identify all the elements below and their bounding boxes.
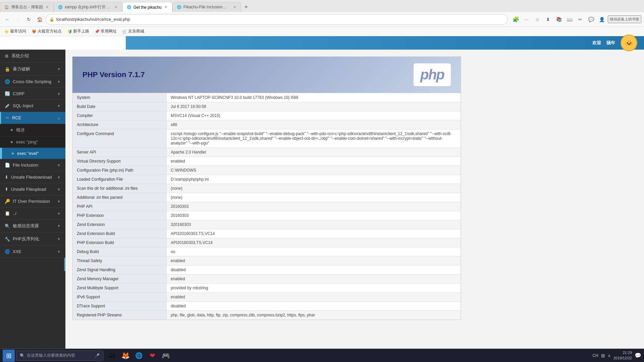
bookmark-common[interactable]: 📌 常用网址 bbox=[93, 28, 118, 35]
table-row: Server APIApache 2.0 Handler bbox=[73, 148, 461, 157]
sidebar-item-fileinclusion[interactable]: 📄 File Inclusion ▼ bbox=[0, 159, 65, 171]
forward-button[interactable]: → bbox=[13, 15, 23, 24]
notification-icon: 💬 bbox=[635, 352, 641, 359]
top-banner-left bbox=[0, 36, 126, 50]
sidebar-subitem-ping[interactable]: exec "ping" bbox=[0, 136, 65, 148]
bookmark-jd[interactable]: 🛒 京东商城 bbox=[121, 28, 146, 35]
sidebar: ⚙ 系统介绍 🔒 暴力破解 ▼ 🌐 Cross-Site Scripting ▼… bbox=[0, 50, 65, 349]
start-icon: ⊞ bbox=[6, 352, 12, 360]
taskbar-apps: 🗂 🦊 🌐 ❤ 🎮 bbox=[106, 350, 172, 362]
more-button[interactable]: ··· bbox=[522, 15, 531, 24]
extensions-button[interactable]: 🧩 bbox=[511, 15, 521, 24]
sidebar-subitem-eval[interactable]: exec "evel" bbox=[0, 148, 65, 159]
taskbar-time-display: 21:29 2019/12/22 bbox=[613, 350, 632, 361]
sidebar-item-sqli[interactable]: 💉 SQL-Inject ▼ bbox=[0, 100, 65, 112]
phpdeser-icon: 🔧 bbox=[5, 237, 10, 242]
tab-close-icon[interactable]: ✕ bbox=[164, 5, 168, 9]
phpinfo-value: enabled bbox=[167, 256, 461, 265]
sidebar-item-csrf[interactable]: 🔄 CSRF ▼ bbox=[0, 88, 65, 100]
mic-icon: 🎤 bbox=[95, 353, 100, 358]
start-button[interactable]: ⊞ bbox=[3, 350, 15, 362]
account-button[interactable]: 👤 bbox=[597, 15, 606, 24]
new-tab-button[interactable]: + bbox=[241, 2, 251, 12]
taskbar-app-ie[interactable]: 🌐 bbox=[133, 350, 145, 362]
bookmark-frequent[interactable]: ⭐ 最常访问 bbox=[3, 28, 28, 35]
phpinfo-value: enabled bbox=[167, 275, 461, 284]
bookmark-label: 新手上路 bbox=[73, 28, 89, 34]
phpinfo-value: 20160303 bbox=[167, 202, 461, 211]
table-row: IPv6 Supportenabled bbox=[73, 293, 461, 302]
table-row: Zend Signal Handlingdisabled bbox=[73, 265, 461, 275]
tab-close-icon[interactable]: ✕ bbox=[232, 5, 237, 9]
mobile-bookmarks-button[interactable]: 移动设备上的书签 bbox=[608, 15, 641, 23]
star-button[interactable]: ☆ bbox=[533, 15, 542, 24]
sidebar-item-filedownload[interactable]: ⬇ Unsafe Filedownload ▼ bbox=[0, 171, 65, 183]
bookmark-label: 京东商城 bbox=[128, 28, 144, 34]
download-button[interactable]: ⬇ bbox=[543, 15, 553, 24]
back-button[interactable]: ← bbox=[3, 15, 12, 24]
taskbar-keyboard-icon: CH bbox=[593, 353, 598, 358]
taskbar-app-game[interactable]: 🎮 bbox=[160, 350, 172, 362]
history-button[interactable]: 📚 bbox=[554, 15, 564, 24]
xss-icon: 🌐 bbox=[5, 79, 10, 84]
table-row: PHP API20160303 bbox=[73, 202, 461, 211]
phpinfo-key: Build Date bbox=[73, 102, 167, 111]
chat-button[interactable]: 💬 bbox=[586, 15, 596, 24]
bookmark-icon: 🛒 bbox=[122, 29, 127, 34]
brute-icon: 🔒 bbox=[5, 67, 10, 72]
taskbar-app-firefox[interactable]: 🦊 bbox=[119, 350, 131, 362]
phpinfo-value: (none) bbox=[167, 193, 461, 202]
phpinfo-value: enabled bbox=[167, 293, 461, 302]
phpinfo-key: DTrace Support bbox=[73, 302, 167, 311]
refresh-button[interactable]: ↻ bbox=[24, 15, 34, 24]
table-row: Thread Safetyenabled bbox=[73, 256, 461, 265]
overpermission-icon: 🔑 bbox=[5, 199, 10, 204]
sensitive-icon: 🔍 bbox=[5, 224, 10, 229]
sidebar-item-dotdot[interactable]: 📋 ../ ▼ bbox=[0, 207, 65, 220]
bookmark-label: 常用网址 bbox=[101, 28, 117, 34]
sidebar-item-intro[interactable]: ⚙ 系统介绍 bbox=[0, 50, 65, 63]
sidebar-item-sensitive[interactable]: 🔍 敏感信息泄露 ▼ bbox=[0, 220, 65, 233]
subitem-eval-label: exec "evel" bbox=[17, 151, 39, 156]
sidebar-item-brute[interactable]: 🔒 暴力破解 ▼ bbox=[0, 63, 65, 76]
date-text: 2019/12/22 bbox=[613, 356, 632, 361]
screenshot-button[interactable]: ✂ bbox=[576, 15, 585, 24]
tab-close-icon[interactable]: ✕ bbox=[114, 5, 118, 9]
dotdot-icon: 📋 bbox=[5, 211, 10, 216]
bookmark-firefox[interactable]: 🦊 火狐官方站点 bbox=[30, 28, 63, 35]
sidebar-subitem-overview[interactable]: 概述 bbox=[0, 124, 65, 136]
tab-pikachu-active[interactable]: 🌐 Get the pikachu ✕ bbox=[122, 2, 172, 12]
tab-xampp[interactable]: 🌐 xampp 在php.ini中打开了再… ✕ bbox=[54, 2, 122, 12]
dot-icon bbox=[11, 141, 13, 143]
xxe-label: XXE bbox=[13, 249, 21, 254]
brute-chevron: ▼ bbox=[57, 67, 61, 71]
sidebar-item-overpermission[interactable]: 🔑 IT Over Permission ▼ bbox=[0, 195, 65, 207]
bookmark-newbie[interactable]: 🔰 新手上路 bbox=[66, 28, 91, 35]
search-icon: 🔍 bbox=[20, 353, 25, 358]
tab-file-inclusion[interactable]: 🌐 Pikachu-File Inclusion，Uns… ✕ bbox=[172, 2, 241, 12]
tab-close-icon[interactable]: ✕ bbox=[45, 5, 49, 9]
brute-label: 暴力破解 bbox=[13, 66, 30, 72]
reader-button[interactable]: 📖 bbox=[565, 15, 574, 24]
phpinfo-key: Server API bbox=[73, 148, 167, 157]
sidebar-item-rce[interactable]: ✏ RCE ▲ bbox=[0, 112, 65, 124]
sidebar-item-xss[interactable]: 🌐 Cross-Site Scripting ▼ bbox=[0, 76, 65, 88]
nav-right-buttons: 🧩 ··· ☆ ⬇ 📚 📖 ✂ 💬 👤 移动设备上的书签 bbox=[511, 15, 641, 24]
home-button[interactable]: 🏠 bbox=[35, 15, 44, 24]
taskbar-app-hearts[interactable]: ❤ bbox=[146, 350, 158, 362]
sidebar-item-xxe[interactable]: 🌀 XXE ▼ bbox=[0, 246, 65, 258]
overpermission-chevron: ▼ bbox=[57, 199, 61, 203]
sidebar-submenu-rce: 概述 exec "ping" exec "evel" bbox=[0, 124, 65, 159]
subitem-ping-label: exec "ping" bbox=[16, 139, 38, 144]
sidebar-item-fileupload[interactable]: ⬆ Unsafe Fileupload ▼ bbox=[0, 183, 65, 195]
xxe-chevron: ▼ bbox=[57, 250, 61, 254]
taskbar-app-explorer[interactable]: 🗂 bbox=[106, 350, 118, 362]
address-bar[interactable]: 🔒 localhost/pikachu/vul/rce/rce_eval.php bbox=[46, 14, 508, 25]
sidebar-item-phpdeser[interactable]: 🔧 PHP反序列化 ▼ bbox=[0, 233, 65, 246]
dotdot-label: ../ bbox=[13, 211, 16, 216]
tab-blog[interactable]: 🏠 博客后台 - 博客园 ✕ bbox=[0, 2, 54, 12]
taskbar-grid-icon: ⊞ bbox=[601, 353, 605, 358]
taskbar-search-box[interactable]: 🔍 在这里输入你要搜索的内容 🎤 bbox=[16, 351, 103, 361]
table-row: Architecturex86 bbox=[73, 120, 461, 129]
username-text: 骚年 bbox=[606, 40, 615, 46]
